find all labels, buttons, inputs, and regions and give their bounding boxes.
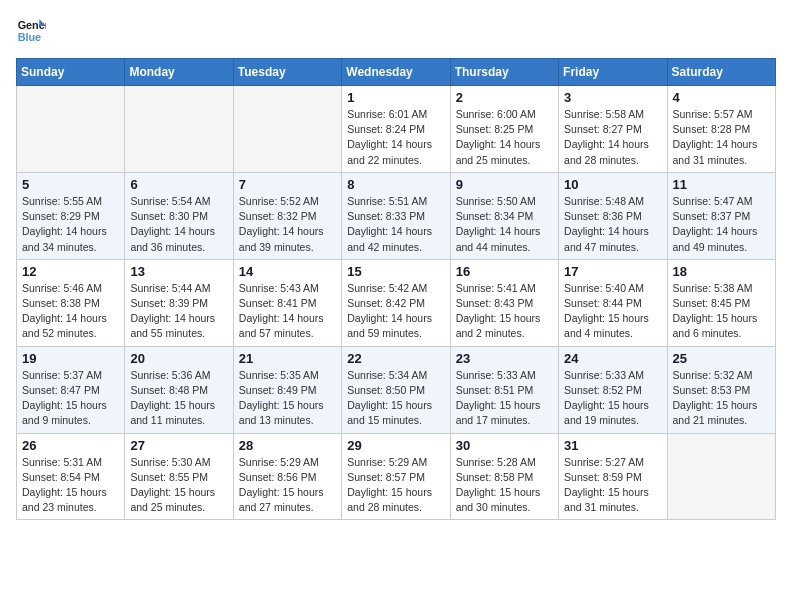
- day-number: 10: [564, 177, 661, 192]
- calendar-cell: 29Sunrise: 5:29 AM Sunset: 8:57 PM Dayli…: [342, 433, 450, 520]
- day-info: Sunrise: 5:55 AM Sunset: 8:29 PM Dayligh…: [22, 194, 119, 255]
- calendar-cell: 3Sunrise: 5:58 AM Sunset: 8:27 PM Daylig…: [559, 86, 667, 173]
- day-number: 30: [456, 438, 553, 453]
- day-info: Sunrise: 5:51 AM Sunset: 8:33 PM Dayligh…: [347, 194, 444, 255]
- day-number: 24: [564, 351, 661, 366]
- calendar-cell: [233, 86, 341, 173]
- day-info: Sunrise: 5:31 AM Sunset: 8:54 PM Dayligh…: [22, 455, 119, 516]
- calendar-cell: 22Sunrise: 5:34 AM Sunset: 8:50 PM Dayli…: [342, 346, 450, 433]
- calendar-cell: [125, 86, 233, 173]
- calendar-table: SundayMondayTuesdayWednesdayThursdayFrid…: [16, 58, 776, 520]
- day-info: Sunrise: 5:46 AM Sunset: 8:38 PM Dayligh…: [22, 281, 119, 342]
- calendar-cell: 7Sunrise: 5:52 AM Sunset: 8:32 PM Daylig…: [233, 172, 341, 259]
- day-info: Sunrise: 6:00 AM Sunset: 8:25 PM Dayligh…: [456, 107, 553, 168]
- calendar-cell: 12Sunrise: 5:46 AM Sunset: 8:38 PM Dayli…: [17, 259, 125, 346]
- day-info: Sunrise: 5:35 AM Sunset: 8:49 PM Dayligh…: [239, 368, 336, 429]
- day-of-week-header: Saturday: [667, 59, 775, 86]
- day-number: 12: [22, 264, 119, 279]
- calendar-cell: 1Sunrise: 6:01 AM Sunset: 8:24 PM Daylig…: [342, 86, 450, 173]
- day-info: Sunrise: 5:43 AM Sunset: 8:41 PM Dayligh…: [239, 281, 336, 342]
- calendar-cell: 21Sunrise: 5:35 AM Sunset: 8:49 PM Dayli…: [233, 346, 341, 433]
- day-info: Sunrise: 5:33 AM Sunset: 8:51 PM Dayligh…: [456, 368, 553, 429]
- calendar-cell: 31Sunrise: 5:27 AM Sunset: 8:59 PM Dayli…: [559, 433, 667, 520]
- day-of-week-header: Tuesday: [233, 59, 341, 86]
- day-info: Sunrise: 5:41 AM Sunset: 8:43 PM Dayligh…: [456, 281, 553, 342]
- calendar-cell: [667, 433, 775, 520]
- day-number: 31: [564, 438, 661, 453]
- day-number: 20: [130, 351, 227, 366]
- calendar-cell: 26Sunrise: 5:31 AM Sunset: 8:54 PM Dayli…: [17, 433, 125, 520]
- calendar-cell: 5Sunrise: 5:55 AM Sunset: 8:29 PM Daylig…: [17, 172, 125, 259]
- day-of-week-header: Friday: [559, 59, 667, 86]
- svg-text:Blue: Blue: [18, 31, 41, 43]
- day-number: 5: [22, 177, 119, 192]
- day-info: Sunrise: 5:38 AM Sunset: 8:45 PM Dayligh…: [673, 281, 770, 342]
- day-number: 3: [564, 90, 661, 105]
- calendar-cell: 20Sunrise: 5:36 AM Sunset: 8:48 PM Dayli…: [125, 346, 233, 433]
- day-number: 7: [239, 177, 336, 192]
- calendar-cell: 10Sunrise: 5:48 AM Sunset: 8:36 PM Dayli…: [559, 172, 667, 259]
- day-number: 28: [239, 438, 336, 453]
- day-number: 17: [564, 264, 661, 279]
- page-header: General Blue: [16, 16, 776, 46]
- calendar-cell: 16Sunrise: 5:41 AM Sunset: 8:43 PM Dayli…: [450, 259, 558, 346]
- day-info: Sunrise: 5:29 AM Sunset: 8:57 PM Dayligh…: [347, 455, 444, 516]
- logo-icon: General Blue: [16, 16, 46, 46]
- calendar-cell: 13Sunrise: 5:44 AM Sunset: 8:39 PM Dayli…: [125, 259, 233, 346]
- day-number: 8: [347, 177, 444, 192]
- day-info: Sunrise: 5:36 AM Sunset: 8:48 PM Dayligh…: [130, 368, 227, 429]
- day-info: Sunrise: 5:48 AM Sunset: 8:36 PM Dayligh…: [564, 194, 661, 255]
- day-number: 26: [22, 438, 119, 453]
- day-info: Sunrise: 5:58 AM Sunset: 8:27 PM Dayligh…: [564, 107, 661, 168]
- calendar-cell: 25Sunrise: 5:32 AM Sunset: 8:53 PM Dayli…: [667, 346, 775, 433]
- day-info: Sunrise: 5:34 AM Sunset: 8:50 PM Dayligh…: [347, 368, 444, 429]
- day-info: Sunrise: 5:54 AM Sunset: 8:30 PM Dayligh…: [130, 194, 227, 255]
- day-info: Sunrise: 5:40 AM Sunset: 8:44 PM Dayligh…: [564, 281, 661, 342]
- day-number: 13: [130, 264, 227, 279]
- day-info: Sunrise: 5:29 AM Sunset: 8:56 PM Dayligh…: [239, 455, 336, 516]
- day-info: Sunrise: 5:42 AM Sunset: 8:42 PM Dayligh…: [347, 281, 444, 342]
- calendar-cell: 27Sunrise: 5:30 AM Sunset: 8:55 PM Dayli…: [125, 433, 233, 520]
- day-info: Sunrise: 5:27 AM Sunset: 8:59 PM Dayligh…: [564, 455, 661, 516]
- calendar-cell: 24Sunrise: 5:33 AM Sunset: 8:52 PM Dayli…: [559, 346, 667, 433]
- day-number: 2: [456, 90, 553, 105]
- day-info: Sunrise: 5:32 AM Sunset: 8:53 PM Dayligh…: [673, 368, 770, 429]
- day-number: 27: [130, 438, 227, 453]
- day-number: 14: [239, 264, 336, 279]
- day-info: Sunrise: 5:52 AM Sunset: 8:32 PM Dayligh…: [239, 194, 336, 255]
- day-number: 19: [22, 351, 119, 366]
- day-number: 6: [130, 177, 227, 192]
- day-number: 15: [347, 264, 444, 279]
- day-info: Sunrise: 6:01 AM Sunset: 8:24 PM Dayligh…: [347, 107, 444, 168]
- calendar-cell: 4Sunrise: 5:57 AM Sunset: 8:28 PM Daylig…: [667, 86, 775, 173]
- calendar-cell: 2Sunrise: 6:00 AM Sunset: 8:25 PM Daylig…: [450, 86, 558, 173]
- day-info: Sunrise: 5:28 AM Sunset: 8:58 PM Dayligh…: [456, 455, 553, 516]
- calendar-cell: 9Sunrise: 5:50 AM Sunset: 8:34 PM Daylig…: [450, 172, 558, 259]
- day-of-week-header: Thursday: [450, 59, 558, 86]
- day-of-week-header: Monday: [125, 59, 233, 86]
- logo: General Blue: [16, 16, 50, 46]
- day-info: Sunrise: 5:37 AM Sunset: 8:47 PM Dayligh…: [22, 368, 119, 429]
- day-info: Sunrise: 5:44 AM Sunset: 8:39 PM Dayligh…: [130, 281, 227, 342]
- day-number: 29: [347, 438, 444, 453]
- calendar-cell: 14Sunrise: 5:43 AM Sunset: 8:41 PM Dayli…: [233, 259, 341, 346]
- calendar-cell: 17Sunrise: 5:40 AM Sunset: 8:44 PM Dayli…: [559, 259, 667, 346]
- day-number: 22: [347, 351, 444, 366]
- calendar-cell: 23Sunrise: 5:33 AM Sunset: 8:51 PM Dayli…: [450, 346, 558, 433]
- day-number: 21: [239, 351, 336, 366]
- day-number: 18: [673, 264, 770, 279]
- day-info: Sunrise: 5:57 AM Sunset: 8:28 PM Dayligh…: [673, 107, 770, 168]
- calendar-cell: 11Sunrise: 5:47 AM Sunset: 8:37 PM Dayli…: [667, 172, 775, 259]
- day-of-week-header: Wednesday: [342, 59, 450, 86]
- calendar-cell: 19Sunrise: 5:37 AM Sunset: 8:47 PM Dayli…: [17, 346, 125, 433]
- day-number: 23: [456, 351, 553, 366]
- day-number: 9: [456, 177, 553, 192]
- calendar-cell: 15Sunrise: 5:42 AM Sunset: 8:42 PM Dayli…: [342, 259, 450, 346]
- day-info: Sunrise: 5:33 AM Sunset: 8:52 PM Dayligh…: [564, 368, 661, 429]
- day-info: Sunrise: 5:30 AM Sunset: 8:55 PM Dayligh…: [130, 455, 227, 516]
- day-of-week-header: Sunday: [17, 59, 125, 86]
- calendar-cell: 28Sunrise: 5:29 AM Sunset: 8:56 PM Dayli…: [233, 433, 341, 520]
- day-info: Sunrise: 5:47 AM Sunset: 8:37 PM Dayligh…: [673, 194, 770, 255]
- day-info: Sunrise: 5:50 AM Sunset: 8:34 PM Dayligh…: [456, 194, 553, 255]
- calendar-cell: 6Sunrise: 5:54 AM Sunset: 8:30 PM Daylig…: [125, 172, 233, 259]
